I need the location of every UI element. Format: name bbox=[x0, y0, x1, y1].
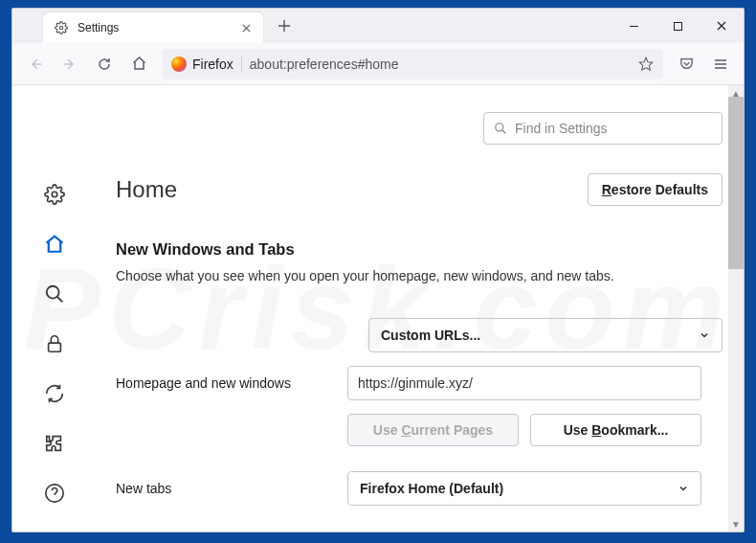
scrollbar-thumb[interactable] bbox=[728, 97, 744, 269]
firefox-logo-icon bbox=[171, 57, 187, 72]
homepage-mode-row: Custom URLs... bbox=[116, 318, 723, 352]
star-icon bbox=[638, 57, 654, 72]
tab-title: Settings bbox=[78, 21, 229, 34]
titlebar: Settings bbox=[12, 9, 744, 43]
sidebar-search[interactable] bbox=[41, 281, 68, 307]
reload-icon bbox=[97, 57, 112, 72]
find-in-settings-input[interactable]: Find in Settings bbox=[483, 112, 723, 145]
svg-point-7 bbox=[496, 124, 503, 131]
sync-icon bbox=[44, 383, 65, 404]
home-icon bbox=[131, 56, 147, 72]
select-value: Custom URLs... bbox=[381, 328, 480, 343]
svg-marker-2 bbox=[639, 57, 652, 70]
select-value: Firefox Home (Default) bbox=[360, 481, 503, 496]
active-tab[interactable]: Settings bbox=[43, 12, 263, 43]
new-tab-button[interactable] bbox=[271, 12, 298, 39]
arrow-right-icon bbox=[62, 57, 78, 72]
svg-rect-5 bbox=[49, 343, 61, 351]
maximize-icon bbox=[673, 21, 683, 32]
url-text: about:preferences#home bbox=[250, 57, 631, 72]
homepage-url-row: Homepage and new windows bbox=[116, 366, 723, 400]
newtabs-mode-select[interactable]: Firefox Home (Default) bbox=[347, 471, 701, 506]
bookmark-star-button[interactable] bbox=[638, 57, 654, 72]
maximize-button[interactable] bbox=[656, 9, 700, 43]
url-bar[interactable]: Firefox about:preferences#home bbox=[162, 49, 663, 79]
newtabs-label: New tabs bbox=[116, 481, 336, 496]
search-icon bbox=[494, 122, 507, 135]
gear-icon bbox=[55, 21, 68, 34]
close-window-button[interactable] bbox=[700, 9, 744, 43]
question-icon bbox=[44, 483, 65, 504]
hamburger-icon bbox=[713, 57, 728, 72]
lock-icon bbox=[44, 333, 65, 354]
use-current-pages-button[interactable]: Use Current Pages bbox=[347, 414, 519, 446]
home-icon bbox=[44, 234, 65, 255]
plus-icon bbox=[278, 19, 291, 33]
back-button[interactable] bbox=[20, 49, 51, 79]
sidebar-sync[interactable] bbox=[41, 380, 68, 407]
svg-rect-1 bbox=[674, 22, 681, 30]
restore-defaults-button[interactable]: Restore Defaults bbox=[588, 173, 723, 206]
forward-button[interactable] bbox=[55, 49, 85, 79]
homepage-buttons: Use Current Pages Use Bookmark... bbox=[347, 414, 701, 446]
svg-point-3 bbox=[52, 192, 57, 197]
page-header: Home Restore Defaults bbox=[116, 173, 723, 206]
content-area: PCrisk.com Find in Settings Home Restore… bbox=[12, 85, 744, 532]
sidebar-help[interactable] bbox=[41, 480, 68, 507]
close-icon bbox=[716, 20, 727, 32]
svg-point-4 bbox=[47, 286, 59, 299]
sidebar-home[interactable] bbox=[41, 231, 68, 258]
minimize-button[interactable] bbox=[611, 9, 656, 43]
section-description: Choose what you see when you open your h… bbox=[116, 268, 723, 283]
browser-window: Settings Firefox about:preferences#home bbox=[11, 8, 745, 532]
sidebar-extensions[interactable] bbox=[41, 430, 68, 457]
app-menu-button[interactable] bbox=[705, 49, 736, 79]
settings-main: Find in Settings Home Restore Defaults N… bbox=[97, 85, 744, 532]
use-bookmark-button[interactable]: Use Bookmark... bbox=[530, 414, 701, 446]
chevron-down-icon bbox=[678, 483, 689, 494]
homepage-label: Homepage and new windows bbox=[116, 375, 336, 391]
minimize-icon bbox=[629, 21, 639, 32]
svg-point-0 bbox=[59, 26, 63, 30]
scroll-down-button[interactable]: ▼ bbox=[728, 516, 744, 532]
chevron-down-icon bbox=[699, 329, 710, 341]
close-icon bbox=[241, 23, 252, 34]
navigation-toolbar: Firefox about:preferences#home bbox=[12, 43, 744, 85]
sidebar-privacy[interactable] bbox=[41, 330, 68, 357]
newtabs-row: New tabs Firefox Home (Default) bbox=[116, 471, 723, 506]
homepage-url-input[interactable] bbox=[347, 366, 701, 400]
homepage-mode-select[interactable]: Custom URLs... bbox=[368, 318, 723, 352]
site-identity[interactable]: Firefox bbox=[171, 57, 242, 72]
search-placeholder: Find in Settings bbox=[515, 121, 608, 136]
identity-label: Firefox bbox=[192, 57, 233, 72]
search-icon bbox=[44, 283, 65, 305]
save-to-pocket-button[interactable] bbox=[671, 49, 701, 79]
page-title: Home bbox=[116, 176, 177, 203]
sidebar-general[interactable] bbox=[41, 181, 68, 208]
search-wrap: Find in Settings bbox=[116, 112, 723, 145]
section-title: New Windows and Tabs bbox=[116, 240, 723, 259]
tab-close-button[interactable] bbox=[238, 20, 254, 35]
pocket-icon bbox=[678, 56, 695, 72]
scrollbar-track[interactable]: ▲ ▼ bbox=[728, 85, 744, 532]
window-controls bbox=[611, 9, 744, 43]
settings-sidebar bbox=[12, 85, 97, 532]
puzzle-icon bbox=[44, 433, 65, 454]
reload-button[interactable] bbox=[89, 49, 120, 79]
gear-icon bbox=[44, 184, 65, 205]
home-button[interactable] bbox=[123, 49, 154, 79]
arrow-left-icon bbox=[28, 57, 43, 72]
